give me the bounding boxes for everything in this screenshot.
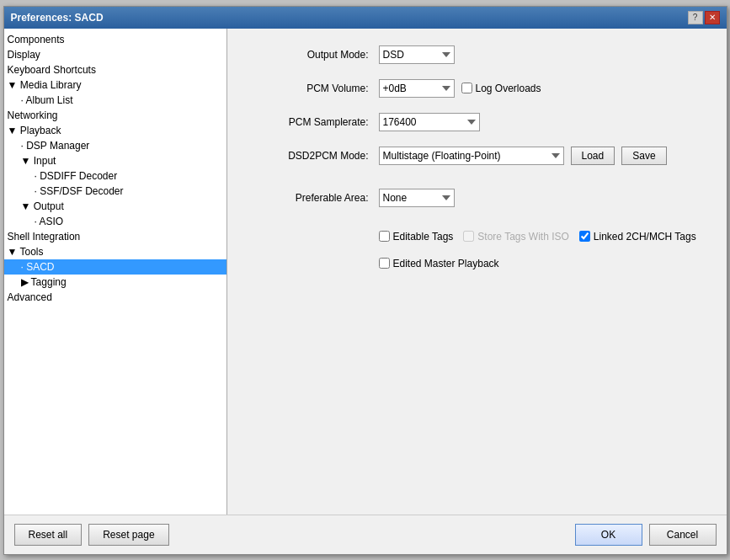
sidebar-item-input[interactable]: ▼ Input xyxy=(4,153,226,168)
sidebar-item-label: · Album List xyxy=(8,94,73,106)
sidebar-item-display[interactable]: Display xyxy=(4,47,226,62)
sidebar-item-label: Components xyxy=(8,34,65,45)
sidebar-item-label: ▶ Tagging xyxy=(8,276,67,288)
output-mode-control: DSD PCM DoP xyxy=(379,45,455,64)
sidebar-item-label: Networking xyxy=(8,109,58,121)
pcm-volume-control: +0dB -3dB -6dB Log Overloads xyxy=(379,79,541,98)
window-title: Preferences: SACD xyxy=(11,12,104,24)
sidebar-item-label: · DSP Manager xyxy=(8,140,90,152)
pcm-volume-row: PCM Volume: +0dB -3dB -6dB Log Overloads xyxy=(253,79,701,98)
edited-master-playback-label[interactable]: Edited Master Playback xyxy=(379,258,499,269)
sidebar-item-components[interactable]: Components xyxy=(4,32,226,47)
footer-right: OK Cancel xyxy=(575,524,717,546)
linked-2ch-mch-tags-label[interactable]: Linked 2CH/MCH Tags xyxy=(579,231,696,243)
pcm-volume-label: PCM Volume: xyxy=(253,83,379,94)
sidebar-item-label: ▼ Output xyxy=(8,200,64,212)
output-mode-row: Output Mode: DSD PCM DoP xyxy=(253,45,701,64)
sidebar-item-advanced[interactable]: Advanced xyxy=(4,290,226,305)
save-button[interactable]: Save xyxy=(621,147,666,165)
sidebar-item-label: Keyboard Shortcuts xyxy=(8,64,96,76)
sidebar-item-shell-integration[interactable]: Shell Integration xyxy=(4,229,226,244)
sidebar-item-label: · ASIO xyxy=(8,216,64,227)
output-mode-select[interactable]: DSD PCM DoP xyxy=(379,45,455,64)
sidebar: ComponentsDisplayKeyboard Shortcuts▼ Med… xyxy=(4,29,227,515)
preferences-window: Preferences: SACD ? ✕ ComponentsDisplayK… xyxy=(3,6,727,555)
sidebar-item-dsp-manager[interactable]: · DSP Manager xyxy=(4,138,226,153)
sidebar-item-label: Display xyxy=(8,49,40,61)
sidebar-item-label: Shell Integration xyxy=(8,231,81,243)
sidebar-item-label: ▼ Media Library xyxy=(8,79,82,91)
sidebar-item-output[interactable]: ▼ Output xyxy=(4,199,226,214)
edited-master-playback-checkbox[interactable] xyxy=(379,258,390,269)
editable-tags-row: Editable Tags Store Tags With ISO Linked… xyxy=(253,231,701,243)
pcm-samplerate-select[interactable]: 176400 88200 44100 352800 xyxy=(379,113,480,131)
sidebar-item-sacd[interactable]: · SACD xyxy=(4,259,226,275)
sidebar-item-label: ▼ Input xyxy=(8,155,56,167)
help-button[interactable]: ? xyxy=(688,11,703,24)
dsd2pcm-mode-label: DSD2PCM Mode: xyxy=(253,150,379,162)
sidebar-item-networking[interactable]: Networking xyxy=(4,108,226,123)
editable-tags-control: Editable Tags Store Tags With ISO Linked… xyxy=(379,231,696,243)
sidebar-item-label: · SSF/DSF Decoder xyxy=(8,185,124,197)
pcm-samplerate-label: PCM Samplerate: xyxy=(253,116,379,128)
preferable-area-label: Preferable Area: xyxy=(253,192,379,204)
preferable-area-row: Preferable Area: None 2CH MCH xyxy=(253,189,701,207)
settings-area: Output Mode: DSD PCM DoP PCM Volume: xyxy=(253,45,701,498)
dsd2pcm-mode-control: Multistage (Floating-Point) Direct (Inte… xyxy=(379,147,667,165)
sidebar-item-tagging[interactable]: ▶ Tagging xyxy=(4,275,226,290)
store-tags-with-iso-label[interactable]: Store Tags With ISO xyxy=(463,231,569,243)
titlebar-buttons: ? ✕ xyxy=(688,11,720,24)
close-button[interactable]: ✕ xyxy=(705,11,720,24)
sidebar-item-label: ▼ Tools xyxy=(8,246,44,258)
store-tags-with-iso-checkbox[interactable] xyxy=(463,231,474,242)
footer-bar: Reset all Reset page OK Cancel xyxy=(4,515,727,554)
reset-page-button[interactable]: Reset page xyxy=(88,524,168,546)
sidebar-item-keyboard-shortcuts[interactable]: Keyboard Shortcuts xyxy=(4,62,226,77)
output-mode-label: Output Mode: xyxy=(253,49,379,61)
sidebar-item-label: · DSDIFF Decoder xyxy=(8,170,118,182)
cancel-button[interactable]: Cancel xyxy=(649,524,717,546)
preferable-area-control: None 2CH MCH xyxy=(379,189,455,207)
sidebar-item-ssf-dsf-decoder[interactable]: · SSF/DSF Decoder xyxy=(4,184,226,199)
sidebar-item-album-list[interactable]: · Album List xyxy=(4,93,226,108)
ok-button[interactable]: OK xyxy=(575,524,642,546)
dsd2pcm-mode-row: DSD2PCM Mode: Multistage (Floating-Point… xyxy=(253,147,701,165)
edited-master-control: Edited Master Playback xyxy=(379,258,499,269)
titlebar: Preferences: SACD ? ✕ xyxy=(4,7,727,29)
load-button[interactable]: Load xyxy=(571,147,615,165)
sidebar-item-label: · SACD xyxy=(8,261,55,273)
dsd2pcm-mode-select[interactable]: Multistage (Floating-Point) Direct (Inte… xyxy=(379,147,564,165)
log-overloads-checkbox[interactable] xyxy=(461,83,472,93)
pcm-volume-select[interactable]: +0dB -3dB -6dB xyxy=(379,79,455,98)
sidebar-item-label: ▼ Playback xyxy=(8,125,61,136)
sidebar-item-label: Advanced xyxy=(8,291,52,303)
sidebar-item-media-library[interactable]: ▼ Media Library xyxy=(4,77,226,93)
linked-2ch-mch-tags-checkbox[interactable] xyxy=(579,231,590,242)
main-panel: Output Mode: DSD PCM DoP PCM Volume: xyxy=(227,29,727,515)
footer-left: Reset all Reset page xyxy=(14,524,169,546)
editable-tags-checkbox[interactable] xyxy=(379,231,390,242)
pcm-samplerate-control: 176400 88200 44100 352800 xyxy=(379,113,480,131)
log-overloads-label[interactable]: Log Overloads xyxy=(461,83,541,94)
content-area: ComponentsDisplayKeyboard Shortcuts▼ Med… xyxy=(4,29,727,515)
edited-master-row: Edited Master Playback xyxy=(253,258,701,269)
editable-tags-label[interactable]: Editable Tags xyxy=(379,231,454,243)
sidebar-item-dsdiff-decoder[interactable]: · DSDIFF Decoder xyxy=(4,168,226,184)
preferable-area-select[interactable]: None 2CH MCH xyxy=(379,189,455,207)
sidebar-item-asio[interactable]: · ASIO xyxy=(4,214,226,229)
reset-all-button[interactable]: Reset all xyxy=(14,524,83,546)
pcm-samplerate-row: PCM Samplerate: 176400 88200 44100 35280… xyxy=(253,113,701,131)
sidebar-item-playback[interactable]: ▼ Playback xyxy=(4,123,226,138)
sidebar-item-tools[interactable]: ▼ Tools xyxy=(4,244,226,259)
